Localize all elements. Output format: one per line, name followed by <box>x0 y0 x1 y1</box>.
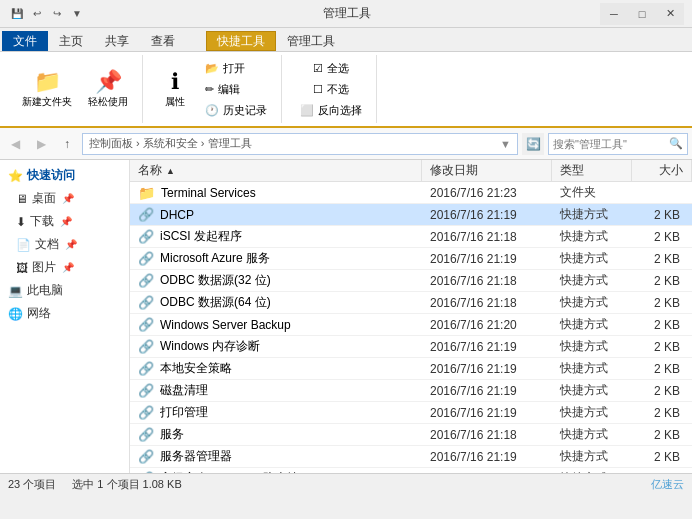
forward-button[interactable]: ▶ <box>30 133 52 155</box>
window-controls: ─ □ ✕ <box>600 3 684 25</box>
table-row[interactable]: 🔗 服务器管理器 2016/7/16 21:19 快捷方式 2 KB <box>130 446 692 468</box>
shortcut-icon: 🔗 <box>138 427 154 442</box>
back-button[interactable]: ◀ <box>4 133 26 155</box>
open-button[interactable]: 📂 打开 <box>199 59 273 78</box>
header-name[interactable]: 名称 ▲ <box>130 160 422 181</box>
qat-redo[interactable]: ↪ <box>48 5 66 23</box>
ribbon-group-open: ℹ 属性 📂 打开 ✏ 编辑 🕐 历史记录 <box>147 55 282 123</box>
table-row[interactable]: 🔗 DHCP 2016/7/16 21:19 快捷方式 2 KB <box>130 204 692 226</box>
file-name-cell: 🔗 DHCP <box>130 205 422 224</box>
item-count: 23 个项目 <box>8 477 56 492</box>
tab-view[interactable]: 查看 <box>140 31 186 51</box>
file-name: 服务 <box>160 426 184 443</box>
edit-button[interactable]: ✏ 编辑 <box>199 80 273 99</box>
sidebar-item-desktop[interactable]: 🖥 桌面 📌 <box>0 187 129 210</box>
address-area: ◀ ▶ ↑ 控制面板 › 系统和安全 › 管理工具 ▼ 🔄 🔍 <box>0 128 692 160</box>
file-type-cell: 快捷方式 <box>552 248 632 269</box>
refresh-button[interactable]: 🔄 <box>522 133 544 155</box>
file-name-cell: 🔗 Windows 内存诊断 <box>130 336 422 357</box>
file-name: iSCSI 发起程序 <box>160 228 242 245</box>
select-all-button[interactable]: ☑ 全选 <box>307 59 355 78</box>
new-folder-icon: 📁 <box>34 69 61 95</box>
maximize-button[interactable]: □ <box>628 3 656 25</box>
file-name: 高级安全 Windows 防火墙 <box>160 470 299 473</box>
file-size-cell: 2 KB <box>632 404 692 422</box>
file-name: 本地安全策略 <box>160 360 232 377</box>
table-row[interactable]: 🔗 ODBC 数据源(64 位) 2016/7/16 21:18 快捷方式 2 … <box>130 292 692 314</box>
brand-logo: 亿速云 <box>651 477 684 492</box>
sidebar-item-documents[interactable]: 📄 文档 📌 <box>0 233 129 256</box>
file-date-cell: 2016/7/16 21:20 <box>422 316 552 334</box>
sidebar-item-pictures[interactable]: 🖼 图片 📌 <box>0 256 129 279</box>
file-type-cell: 快捷方式 <box>552 204 632 225</box>
shortcut-icon: 🔗 <box>138 207 154 222</box>
sidebar-item-this-pc[interactable]: 💻 此电脑 <box>0 279 129 302</box>
tab-file[interactable]: 文件 <box>2 31 48 51</box>
tab-home[interactable]: 主页 <box>48 31 94 51</box>
close-button[interactable]: ✕ <box>656 3 684 25</box>
file-name-cell: 🔗 打印管理 <box>130 402 422 423</box>
file-size-cell: 2 KB <box>632 272 692 290</box>
tab-manage-tools[interactable]: 管理工具 <box>276 31 346 51</box>
table-row[interactable]: 🔗 磁盘清理 2016/7/16 21:19 快捷方式 2 KB <box>130 380 692 402</box>
qat-save[interactable]: 💾 <box>8 5 26 23</box>
up-button[interactable]: ↑ <box>56 133 78 155</box>
file-date-cell: 2016/7/16 21:19 <box>422 382 552 400</box>
table-row[interactable]: 🔗 高级安全 Windows 防火墙 2016/7/16 21:19 快捷方式 … <box>130 468 692 473</box>
sidebar-item-quick-access[interactable]: ⭐ 快速访问 <box>0 164 129 187</box>
table-row[interactable]: 🔗 iSCSI 发起程序 2016/7/16 21:18 快捷方式 2 KB <box>130 226 692 248</box>
search-icon[interactable]: 🔍 <box>669 137 683 150</box>
file-type-cell: 快捷方式 <box>552 358 632 379</box>
table-row[interactable]: 🔗 服务 2016/7/16 21:18 快捷方式 2 KB <box>130 424 692 446</box>
table-row[interactable]: 🔗 Microsoft Azure 服务 2016/7/16 21:19 快捷方… <box>130 248 692 270</box>
status-bar: 23 个项目 选中 1 个项目 1.08 KB 亿速云 <box>0 473 692 495</box>
new-folder-button[interactable]: 📁 新建文件夹 <box>16 65 78 113</box>
title-bar: 💾 ↩ ↪ ▼ 管理工具 ─ □ ✕ <box>0 0 692 28</box>
ribbon-group-new: 📁 新建文件夹 📌 轻松使用 <box>8 55 143 123</box>
file-type-cell: 快捷方式 <box>552 446 632 467</box>
sort-icon: ▲ <box>166 166 175 176</box>
qat-dropdown[interactable]: ▼ <box>68 5 86 23</box>
shortcut-icon: 🔗 <box>138 317 154 332</box>
main-content: ⭐ 快速访问 🖥 桌面 📌 ⬇ 下载 📌 📄 文档 📌 🖼 图片 📌 💻 此电脑 <box>0 160 692 473</box>
header-size[interactable]: 大小 <box>632 160 692 181</box>
file-date-cell: 2016/7/16 21:19 <box>422 338 552 356</box>
window-title: 管理工具 <box>94 5 600 22</box>
search-input[interactable] <box>553 138 669 150</box>
tab-quicktools[interactable]: 快捷工具 <box>206 31 276 51</box>
table-row[interactable]: 🔗 ODBC 数据源(32 位) 2016/7/16 21:18 快捷方式 2 … <box>130 270 692 292</box>
file-size-cell: 2 KB <box>632 294 692 312</box>
history-button[interactable]: 🕐 历史记录 <box>199 101 273 120</box>
select-none-button[interactable]: ☐ 不选 <box>307 80 355 99</box>
search-bar[interactable]: 🔍 <box>548 133 688 155</box>
table-row[interactable]: 🔗 打印管理 2016/7/16 21:19 快捷方式 2 KB <box>130 402 692 424</box>
easy-access-button[interactable]: 📌 轻松使用 <box>82 65 134 113</box>
invert-icon: ⬜ <box>300 104 314 117</box>
table-row[interactable]: 🔗 本地安全策略 2016/7/16 21:19 快捷方式 2 KB <box>130 358 692 380</box>
tab-share[interactable]: 共享 <box>94 31 140 51</box>
file-name-cell: 🔗 Windows Server Backup <box>130 315 422 334</box>
properties-button[interactable]: ℹ 属性 <box>155 65 195 113</box>
file-name: Windows 内存诊断 <box>160 338 260 355</box>
file-type-cell: 快捷方式 <box>552 380 632 401</box>
invert-select-button[interactable]: ⬜ 反向选择 <box>294 101 368 120</box>
address-dropdown[interactable]: ▼ <box>500 138 511 150</box>
address-bar[interactable]: 控制面板 › 系统和安全 › 管理工具 ▼ <box>82 133 518 155</box>
table-row[interactable]: 📁 Terminal Services 2016/7/16 21:23 文件夹 <box>130 182 692 204</box>
pin-icon-desktop: 📌 <box>62 193 74 204</box>
header-date[interactable]: 修改日期 <box>422 160 552 181</box>
table-row[interactable]: 🔗 Windows 内存诊断 2016/7/16 21:19 快捷方式 2 KB <box>130 336 692 358</box>
file-type-cell: 快捷方式 <box>552 270 632 291</box>
desktop-icon: 🖥 <box>16 192 28 206</box>
header-type[interactable]: 类型 <box>552 160 632 181</box>
sidebar-item-network[interactable]: 🌐 网络 <box>0 302 129 325</box>
sidebar-item-download[interactable]: ⬇ 下载 📌 <box>0 210 129 233</box>
shortcut-icon: 🔗 <box>138 295 154 310</box>
table-row[interactable]: 🔗 Windows Server Backup 2016/7/16 21:20 … <box>130 314 692 336</box>
shortcut-icon: 🔗 <box>138 383 154 398</box>
qat-undo[interactable]: ↩ <box>28 5 46 23</box>
minimize-button[interactable]: ─ <box>600 3 628 25</box>
pin-icon-documents: 📌 <box>65 239 77 250</box>
file-date-cell: 2016/7/16 21:19 <box>422 448 552 466</box>
file-size-cell <box>632 191 692 195</box>
